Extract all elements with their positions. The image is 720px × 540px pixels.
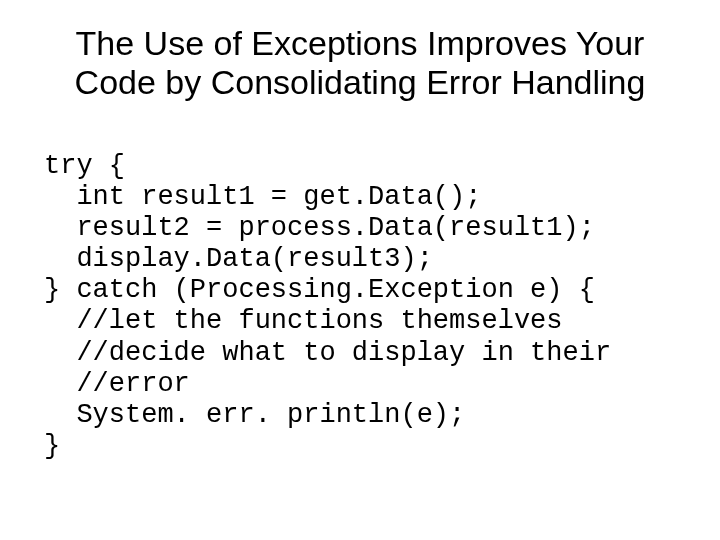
code-line: try { (44, 151, 125, 181)
code-line: int result1 = get.Data(); (44, 182, 481, 212)
code-line: //let the functions themselves (44, 306, 562, 336)
code-line: //error (44, 369, 190, 399)
code-line: System. err. println(e); (44, 400, 465, 430)
code-line: } catch (Processing.Exception e) { (44, 275, 595, 305)
code-line: display.Data(result3); (44, 244, 433, 274)
code-line: } (44, 431, 60, 461)
code-line: result2 = process.Data(result1); (44, 213, 595, 243)
slide-title: The Use of Exceptions Improves Your Code… (40, 24, 680, 102)
slide: The Use of Exceptions Improves Your Code… (0, 0, 720, 462)
code-line: //decide what to display in their (44, 338, 611, 368)
code-block: try { int result1 = get.Data(); result2 … (44, 120, 680, 462)
